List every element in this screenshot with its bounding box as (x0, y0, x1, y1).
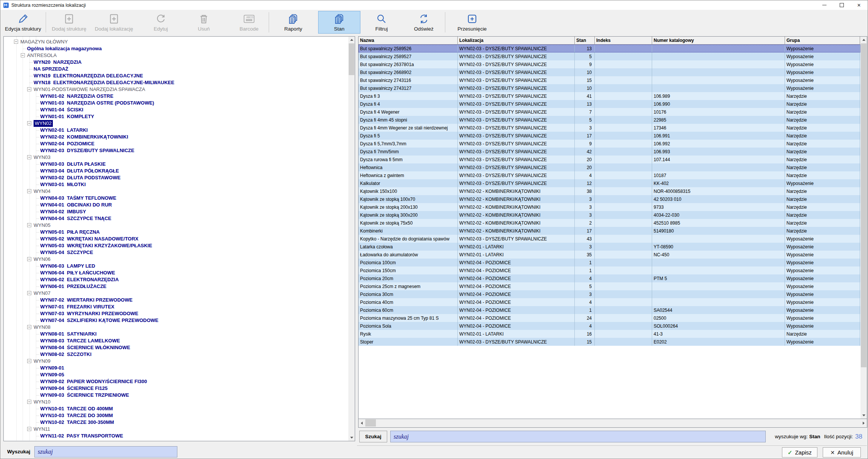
tree-expand-toggle[interactable]: − (27, 155, 31, 159)
tree-item[interactable]: WYN08-04 ŚCIERNICE WŁÓKNINOWE (4, 344, 348, 351)
tree-scroll-thumb[interactable] (349, 43, 354, 75)
table-row[interactable]: RysikWYN02-01 - LATARKI1641-3Narzędzie (359, 330, 860, 338)
table-row[interactable]: But spawalniczy 2668902WYN02-03 - DYSZE/… (359, 68, 860, 76)
tree-item[interactable]: WYN06-02 ELEKTRONARZĘDZIA (4, 276, 348, 283)
tree-item[interactable]: WYN11-02 PASY TRANSPORTOWE (4, 433, 348, 439)
tree-item[interactable]: WYN07-03 WYRZYNARKI PRZEWODOWE (4, 310, 348, 317)
table-row[interactable]: Dysza fi 4mm 45 stopniWYN02-03 - DYSZE/B… (359, 116, 860, 124)
scroll-down-icon[interactable] (348, 434, 355, 441)
tree-item[interactable]: WYN10-02 TARCZE 300-350MM (4, 419, 348, 426)
tree-item[interactable]: WYN03-02 DŁUTA PODSTAWOWE (4, 174, 348, 181)
tree-item[interactable]: −WYN05 (4, 222, 348, 229)
tree-item[interactable]: WYN04-01 OBCINAKI DO RUR (4, 202, 348, 208)
tree-expand-toggle[interactable]: − (27, 359, 31, 363)
scroll-right-icon[interactable] (860, 419, 867, 427)
tree-expand-toggle[interactable]: − (27, 121, 31, 125)
tree-expand-toggle[interactable]: − (21, 53, 25, 57)
tree-item[interactable]: WYN09-01 (4, 365, 348, 371)
save-button[interactable]: ✓Zapisz (782, 447, 817, 457)
toolbar-button-przesuniecie[interactable]: Przesunięcie (450, 11, 494, 34)
table-row[interactable]: Kątownik 150x100WYN02-02 - KOMBINERKI/KĄ… (359, 187, 860, 195)
table-row[interactable]: Ładowarka do akumulatorówWYN02-01 - LATA… (359, 251, 860, 259)
table-scroll-thumb[interactable] (861, 43, 866, 367)
tree-expand-toggle[interactable]: − (27, 291, 31, 295)
tree-item[interactable]: −WYN06 (4, 256, 348, 263)
column-header-nazwa[interactable]: Nazwa (359, 37, 458, 44)
table-row[interactable]: Kątownik ze stopką 100x70WYN02-02 - KOMB… (359, 195, 860, 203)
tree-item[interactable]: −WYN10 (4, 399, 348, 405)
tree-expand-toggle[interactable]: − (14, 40, 18, 44)
tree-item[interactable]: WYN08-03 TARCZE LAMELKOWE (4, 337, 348, 344)
tree-item[interactable]: WYN18 ELEKTRONARZĘDZIA DELEGACYJNE-MILWA… (4, 79, 348, 86)
tree-item[interactable]: WYN06-03 LAMPY LED (4, 263, 348, 270)
toolbar-button-raporty[interactable]: Raporty (275, 11, 311, 34)
column-header-lokalizacja[interactable]: Lokalizacja (458, 37, 575, 44)
tree-item[interactable]: WYN03-03 DŁUTA PŁASKIE (4, 161, 348, 168)
table-search-input[interactable] (390, 431, 766, 442)
tree-item[interactable]: −WYN09 (4, 358, 348, 365)
scroll-left-icon[interactable] (359, 419, 365, 427)
tree-item[interactable]: WYN08-02 SZCZOTKI (4, 351, 348, 358)
table-row[interactable]: Kątownik ze stopką 200x130WYN02-02 - KOM… (359, 203, 860, 211)
tree-item[interactable]: WYN04-03 TAŚMY TEFLONOWE (4, 195, 348, 202)
minimize-icon[interactable] (816, 0, 833, 10)
tree-item[interactable]: WYN05-01 PIŁA RĘCZNA (4, 229, 348, 236)
tree-expand-toggle[interactable]: − (27, 325, 31, 329)
table-row[interactable]: Poziomica 30cmWYN02-04 - POZIOMICE3Wypos… (359, 290, 860, 298)
table-row[interactable]: Heftownica z gwintemWYN02-03 - DYSZE/BUT… (359, 171, 860, 179)
table-row[interactable]: Poziomica SolaWYN02-04 - POZIOMICE4SOL00… (359, 322, 860, 330)
cancel-button[interactable]: ✕Anuluj (823, 447, 861, 457)
tree-expand-toggle[interactable]: − (27, 400, 31, 404)
scroll-up-icon[interactable] (348, 37, 355, 43)
tree-item[interactable]: NA SPRZEDAŻ (4, 66, 348, 72)
tree-item[interactable]: WYN20 NARZĘDZIA (4, 59, 348, 66)
table-row[interactable]: Poziomica 150cmWYN02-04 - POZIOMICE1Wypo… (359, 266, 860, 274)
table-row[interactable]: Poziomica 25cm z magnesemWYN02-04 - POZI… (359, 282, 860, 290)
tree-item[interactable]: WYN02-02 KOMBINERKI/KĄTOWNIKI (4, 134, 348, 140)
tree-item[interactable]: −ANTRESOLA (4, 52, 348, 59)
tree-item[interactable]: WYN09-03 ŚCIERNICE TRZPIENIOWE (4, 392, 348, 399)
table-row[interactable]: Dysza fi 5,7mm/3,7mmWYN02-03 - DYSZE/BUT… (359, 140, 860, 148)
tree-item[interactable]: −WYN04 (4, 188, 348, 195)
table-row[interactable]: Kopytko - Narzędzie do dogniatania spawó… (359, 235, 860, 243)
toolbar-button-odswiez[interactable]: Odśwież (404, 11, 443, 34)
tree-item[interactable]: WYN19 ELEKTRONARZĘDZIA DELEGACYJNE (4, 72, 348, 79)
toolbar-button-edycja-struktury[interactable]: Edycja struktury (2, 11, 44, 34)
table-row[interactable]: KombinerkiWYN02-02 - KOMBINERKI/KĄTOWNIK… (359, 227, 860, 235)
table-row[interactable]: Dysza fi 3WYN02-03 - DYSZE/BUTY SPAWALNI… (359, 92, 860, 100)
tree-item[interactable]: WYN02-04 POZIOMICE (4, 140, 348, 147)
tree-item[interactable]: WYN09-02 PAPIER WODNY/ŚCIERNICE FI300 (4, 378, 348, 385)
tree-item[interactable]: WYN10-03 TARCZE DO 300MM (4, 412, 348, 419)
column-header-numer-katalogowy[interactable]: Numer katalogowy (652, 37, 785, 44)
toolbar-button-filtruj[interactable]: Filtruj (363, 11, 400, 34)
table-row[interactable]: Dysza rurowa fi 5mmWYN02-03 - DYSZE/BUTY… (359, 156, 860, 163)
tree-item[interactable]: WYN10-01 TARCZE OD 400MM (4, 405, 348, 412)
tree-item[interactable]: −WYN03 (4, 154, 348, 161)
close-icon[interactable]: ✕ (850, 0, 868, 10)
tree-item[interactable]: WYN03-01 MŁOTKI (4, 181, 348, 188)
table-row[interactable]: Dysza fi 4mm Wegener ze stali nierdzewne… (359, 124, 860, 132)
tree-expand-toggle[interactable]: − (27, 189, 31, 193)
table-row[interactable]: Poziomica 60cmWYN02-04 - POZIOMICE1SA025… (359, 306, 860, 314)
tree-item[interactable]: WYN07-02 WIERTARKI PRZEWODOWE (4, 297, 348, 303)
horizontal-scroll-thumb[interactable] (365, 419, 376, 427)
tree-item[interactable]: WYN06-01 PRZEDŁUŻACZE (4, 283, 348, 290)
tree-item[interactable]: −WYN08 (4, 324, 348, 331)
tree-item[interactable]: −MAGAZYN GŁÓWNY (4, 39, 348, 45)
scroll-up-icon[interactable] (860, 37, 867, 43)
table-row[interactable]: But spawalniczy 2589527WYN02-03 - DYSZE/… (359, 52, 860, 60)
tree-item[interactable]: −WYN11 (4, 426, 348, 433)
tree-item[interactable]: WYN07-01 FREZARKI VIRUTEX (4, 303, 348, 310)
table-row[interactable]: Dysza fi 7mm/5mmWYN02-03 - DYSZE/BUTY SP… (359, 148, 860, 156)
tree-item[interactable]: WYN11-03 PASY TRANSPORTOWE (4, 439, 348, 441)
tree-item[interactable]: WYN02-01 LATARKI (4, 127, 348, 134)
tree-expand-toggle[interactable]: − (27, 427, 31, 431)
maximize-icon[interactable] (833, 0, 850, 10)
tree-item[interactable]: WYN07-04 SZKLIFIERKI KĄTOWE PRZEWODOWE (4, 317, 348, 324)
table-vertical-scrollbar[interactable] (860, 37, 867, 419)
toolbar-button-stan[interactable]: Stan (318, 11, 360, 34)
table-horizontal-scrollbar[interactable] (358, 419, 867, 428)
tree-item[interactable]: WYN09-04 ŚCIERNICE FI125 (4, 385, 348, 392)
tree-item[interactable]: Ogólna lokalizacja magazynowa (4, 45, 348, 52)
table-row[interactable]: But spawalniczy 2637801aWYN02-03 - DYSZE… (359, 60, 860, 68)
